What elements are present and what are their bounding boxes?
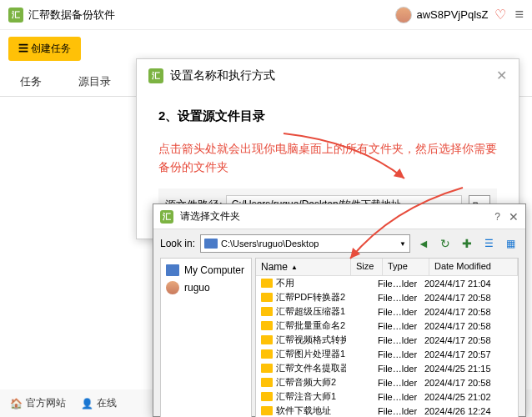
folder-icon [261,279,273,288]
table-row[interactable]: 不用File…lder2024/4/17 21:04 [256,276,518,290]
file-name: 汇帮音频大师2 [276,376,346,389]
table-row[interactable]: 汇帮批量重命名2File…lder2024/4/17 20:58 [256,319,518,333]
folder-picker-nav: Look in: C:\Users\ruguo\Desktop ▼ ◄ ↻ ✚ … [153,229,525,258]
folder-icon [261,364,273,373]
avatar-icon[interactable] [395,7,412,23]
file-name: 不用 [276,277,346,289]
folder-picker-header: 汇 请选择文件夹 ? ✕ [153,204,525,229]
create-task-label: 创建任务 [31,43,71,54]
sidebar-item-computer[interactable]: My Computer [164,262,248,279]
file-date: 2024/4/17 20:58 [424,307,513,317]
create-task-button[interactable]: ☰ 创建任务 [8,37,81,61]
drive-icon [204,239,218,249]
file-date: 2024/4/25 21:15 [424,364,513,374]
file-list[interactable]: Name ▲ Size Type Date Modified 不用File…ld… [255,258,519,417]
chevron-down-icon: ▼ [399,240,406,248]
settings-dialog-title: 设置名称和执行方式 [170,68,496,83]
file-type: File…lder [378,335,424,345]
file-type: File…lder [378,279,424,289]
places-sidebar: My Computer ruguo [160,258,252,417]
app-title: 汇帮数据备份软件 [28,8,395,23]
table-row[interactable]: 汇帮注音大师1File…lder2024/4/25 21:02 [256,389,518,404]
username-label: awS8PVjPqlsZ [417,8,489,21]
folder-picker-body: My Computer ruguo Name ▲ Size Type Date … [153,258,525,417]
file-type: File…lder [378,293,424,303]
lookin-value: C:\Users\ruguo\Desktop [221,239,399,249]
folder-icon [261,335,273,344]
folder-icon [261,349,273,359]
folder-icon [261,321,273,330]
table-row[interactable]: 汇帮图片处理器1File…lder2024/4/17 20:57 [256,347,518,361]
sort-asc-icon: ▲ [291,264,298,271]
dialog-logo-icon: 汇 [160,210,173,224]
sidebar-item-label: My Computer [184,264,244,276]
folder-picker-dialog: 汇 请选择文件夹 ? ✕ Look in: C:\Users\ruguo\Des… [153,203,526,417]
hint-text: 点击箭头处就会出现你电脑桌面上的所有文件夹，然后选择你需要备份的文件夹 [158,139,497,177]
col-date[interactable]: Date Modified [429,259,518,275]
file-date: 2024/4/17 20:58 [424,335,513,345]
file-date: 2024/4/17 20:58 [424,378,513,388]
tab-task[interactable]: 任务 [8,68,67,96]
file-name: 汇帮文件名提取器 [276,362,346,374]
col-size[interactable]: Size [351,259,383,275]
close-icon[interactable]: ✕ [509,210,519,224]
file-name: 汇帮注音大师1 [276,390,346,403]
file-name: 软件下载地址 [276,404,346,417]
folder-icon [261,293,273,302]
user-icon [166,281,179,294]
file-name: 汇帮图片处理器1 [276,348,346,360]
table-row[interactable]: 汇帮文件名提取器File…lder2024/4/25 21:15 [256,361,518,375]
folder-icon [261,406,273,415]
table-row[interactable]: 汇帮音频大师2File…lder2024/4/17 20:58 [256,375,518,389]
app-header: 汇 汇帮数据备份软件 awS8PVjPqlsZ ♡ ≡ [0,0,532,30]
file-type: File…lder [378,349,424,359]
settings-dialog-header: 汇 设置名称和执行方式 ✕ [137,59,519,92]
list-view-button[interactable]: ☰ [480,235,497,252]
new-folder-button[interactable]: ✚ [459,235,475,252]
tab-source[interactable]: 源目录 [67,68,136,96]
table-row[interactable]: 软件下载地址File…lder2024/4/26 12:24 [256,404,518,417]
lookin-combo[interactable]: C:\Users\ruguo\Desktop ▼ [200,234,410,253]
table-row[interactable]: 汇帮PDF转换器2File…lder2024/4/17 20:58 [256,290,518,304]
file-date: 2024/4/26 12:24 [424,406,513,416]
back-button[interactable]: ◄ [415,235,432,252]
help-icon[interactable]: ? [494,211,500,223]
file-name: 汇帮PDF转换器2 [276,291,346,304]
file-list-header: Name ▲ Size Type Date Modified [256,259,518,276]
col-name[interactable]: Name ▲ [256,259,351,275]
file-date: 2024/4/17 21:04 [424,279,513,289]
folder-picker-title: 请选择文件夹 [180,209,494,224]
file-date: 2024/4/25 21:02 [424,392,513,402]
folder-icon [261,378,273,387]
menu-icon[interactable]: ≡ [514,6,524,23]
up-button[interactable]: ↻ [437,235,454,252]
table-row[interactable]: 汇帮超级压缩器1File…lder2024/4/17 20:58 [256,304,518,319]
folder-icon [261,307,273,316]
file-date: 2024/4/17 20:58 [424,321,513,331]
lookin-label: Look in: [160,238,195,249]
section-heading: 2、设置源文件目录 [158,108,497,124]
folder-icon [261,392,273,401]
file-type: File…lder [378,406,424,416]
file-type: File…lder [378,307,424,317]
file-type: File…lder [378,392,424,402]
file-date: 2024/4/17 20:57 [424,349,513,359]
computer-icon [166,264,179,276]
heart-icon[interactable]: ♡ [494,7,506,23]
file-type: File…lder [378,364,424,374]
file-name: 汇帮视频格式转换器2 [276,334,346,346]
app-logo-icon: 汇 [8,8,23,23]
file-type: File…lder [378,378,424,388]
close-icon[interactable]: ✕ [496,68,507,83]
sidebar-item-user[interactable]: ruguo [164,279,248,297]
footer-online-link[interactable]: 👤 在线 [81,396,117,410]
col-type[interactable]: Type [383,259,429,275]
file-name: 汇帮超级压缩器1 [276,305,346,318]
footer-site-link[interactable]: 🏠 官方网站 [10,396,66,410]
detail-view-button[interactable]: ▦ [502,235,519,252]
file-type: File…lder [378,321,424,331]
sidebar-item-label: ruguo [184,282,210,294]
dialog-logo-icon: 汇 [148,68,163,83]
file-name: 汇帮批量重命名2 [276,319,346,332]
table-row[interactable]: 汇帮视频格式转换器2File…lder2024/4/17 20:58 [256,333,518,347]
